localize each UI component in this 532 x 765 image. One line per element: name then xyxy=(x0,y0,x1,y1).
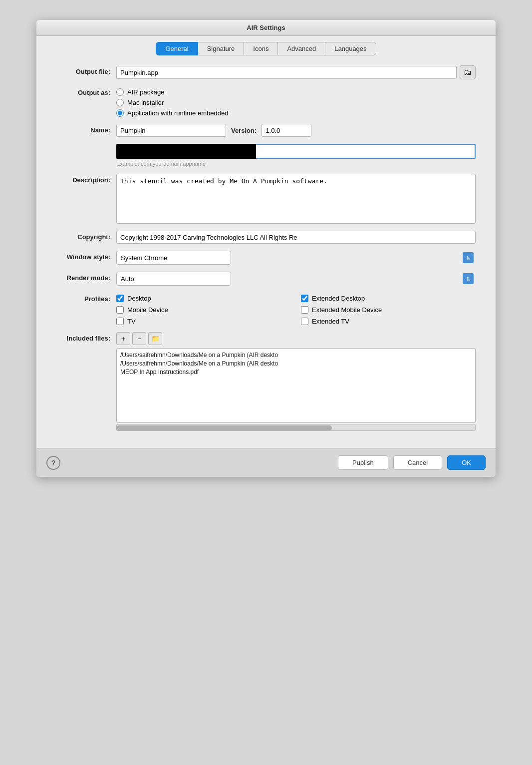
window-style-arrow-icon: ⇅ xyxy=(463,252,474,263)
app-id-controls: Example: com.yourdomain.appname xyxy=(116,144,476,167)
ok-button[interactable]: OK xyxy=(447,455,486,470)
profile-mobile-device[interactable]: Mobile Device xyxy=(116,306,291,314)
output-file-label: Output file: xyxy=(56,65,116,78)
file-item-2: /Users/saifrehmn/Downloads/Me on a Pumpk… xyxy=(120,360,472,367)
radio-air-package[interactable]: AIR package xyxy=(116,88,476,96)
name-version-controls: Version: xyxy=(116,124,476,137)
profile-tv-label: TV xyxy=(127,318,136,325)
file-item-1: /Users/saifrehmn/Downloads/Me on a Pumpk… xyxy=(120,352,472,359)
profile-extended-tv-label: Extended TV xyxy=(312,318,349,325)
name-input[interactable] xyxy=(116,124,226,137)
tab-signature[interactable]: Signature xyxy=(198,42,245,55)
remove-file-button[interactable]: − xyxy=(132,332,146,345)
profile-extended-desktop-label: Extended Desktop xyxy=(312,295,365,302)
radio-air-label: AIR package xyxy=(127,88,164,96)
profile-extended-tv[interactable]: Extended TV xyxy=(301,318,476,325)
file-item-3: MEOP In App Instructions.pdf xyxy=(120,369,472,376)
included-files-row: Included files: + − 📁 /Users/saifrehmn/D… xyxy=(56,332,476,431)
copyright-row: Copyright: xyxy=(56,231,476,244)
tabs-bar: General Signature Icons Advanced Languag… xyxy=(36,36,496,55)
output-as-row: Output as: AIR package Mac installer App… xyxy=(56,86,476,117)
profiles-controls: Desktop Extended Desktop Mobile Device xyxy=(116,293,476,325)
name-version-row: Name: Version: xyxy=(56,124,476,137)
radio-embedded[interactable]: Application with runtime embedded xyxy=(116,109,476,117)
files-list[interactable]: /Users/saifrehmn/Downloads/Me on a Pumpk… xyxy=(116,348,476,423)
profile-extended-desktop[interactable]: Extended Desktop xyxy=(301,295,476,302)
render-mode-arrow-icon: ⇅ xyxy=(463,273,474,284)
name-label: Name: xyxy=(56,124,116,137)
app-id-redacted xyxy=(116,144,256,159)
output-file-controls: 🗂 xyxy=(116,65,476,79)
publish-button[interactable]: Publish xyxy=(338,455,388,470)
render-mode-controls: Auto CPU GPU Direct ⇅ xyxy=(116,272,476,286)
profile-tv[interactable]: TV xyxy=(116,318,291,325)
window-style-controls: System Chrome Custom Chrome None ⇅ xyxy=(116,251,476,265)
version-input[interactable] xyxy=(262,124,311,137)
description-textarea[interactable]: This stencil was created by Me On A Pump… xyxy=(116,174,476,224)
included-files-controls: + − 📁 /Users/saifrehmn/Downloads/Me on a… xyxy=(116,332,476,431)
profile-desktop[interactable]: Desktop xyxy=(116,295,291,302)
radio-mac-label: Mac installer xyxy=(127,99,164,106)
version-label: Version: xyxy=(231,127,257,134)
bottom-actions: Publish Cancel OK xyxy=(338,455,486,470)
description-row: Description: This stencil was created by… xyxy=(56,174,476,224)
horizontal-scrollbar[interactable] xyxy=(116,424,476,431)
output-file-browse-button[interactable]: 🗂 xyxy=(460,65,476,79)
description-controls: This stencil was created by Me On A Pump… xyxy=(116,174,476,224)
output-as-label: Output as: xyxy=(56,86,116,99)
output-as-controls: AIR package Mac installer Application wi… xyxy=(116,86,476,117)
description-label: Description: xyxy=(56,174,116,187)
window-style-label: Window style: xyxy=(56,251,116,264)
file-toolbar: + − 📁 xyxy=(116,332,476,345)
app-id-hint: Example: com.yourdomain.appname xyxy=(116,161,476,167)
profiles-row: Profiles: Desktop Extended Desktop xyxy=(56,293,476,325)
help-button[interactable]: ? xyxy=(46,456,60,470)
radio-mac-installer[interactable]: Mac installer xyxy=(116,99,476,106)
bottom-bar: ? Publish Cancel OK xyxy=(36,448,496,477)
render-mode-select-wrap: Auto CPU GPU Direct ⇅ xyxy=(116,272,476,286)
add-file-button[interactable]: + xyxy=(116,332,130,345)
profile-desktop-label: Desktop xyxy=(127,295,151,302)
output-file-input[interactable] xyxy=(116,66,457,79)
scrollbar-thumb xyxy=(117,425,332,430)
copyright-controls xyxy=(116,231,476,244)
app-id-row: Example: com.yourdomain.appname xyxy=(56,144,476,167)
profile-extended-mobile-label: Extended Mobile Device xyxy=(312,306,382,314)
tab-languages[interactable]: Languages xyxy=(325,42,376,55)
copyright-input[interactable] xyxy=(116,231,476,244)
radio-embedded-label: Application with runtime embedded xyxy=(127,109,228,117)
render-mode-label: Render mode: xyxy=(56,272,116,285)
tab-icons[interactable]: Icons xyxy=(244,42,278,55)
cancel-button[interactable]: Cancel xyxy=(393,455,442,470)
profile-mobile-label: Mobile Device xyxy=(127,306,168,314)
form-content: Output file: 🗂 Output as: AIR package xyxy=(36,55,496,448)
browse-files-button[interactable]: 📁 xyxy=(148,332,162,345)
included-files-label: Included files: xyxy=(56,332,116,345)
profiles-label: Profiles: xyxy=(56,293,116,306)
copyright-label: Copyright: xyxy=(56,231,116,244)
title-bar: AIR Settings xyxy=(36,20,496,36)
tab-general[interactable]: General xyxy=(156,42,198,55)
render-mode-row: Render mode: Auto CPU GPU Direct ⇅ xyxy=(56,272,476,286)
window-style-select-wrap: System Chrome Custom Chrome None ⇅ xyxy=(116,251,476,265)
profile-extended-mobile[interactable]: Extended Mobile Device xyxy=(301,306,476,314)
render-mode-select[interactable]: Auto CPU GPU Direct xyxy=(116,272,231,286)
window-style-row: Window style: System Chrome Custom Chrom… xyxy=(56,251,476,265)
tab-advanced[interactable]: Advanced xyxy=(278,42,325,55)
window-title: AIR Settings xyxy=(247,24,285,31)
app-id-input[interactable] xyxy=(256,144,476,159)
output-file-row: Output file: 🗂 xyxy=(56,65,476,79)
window-style-select[interactable]: System Chrome Custom Chrome None xyxy=(116,251,231,265)
